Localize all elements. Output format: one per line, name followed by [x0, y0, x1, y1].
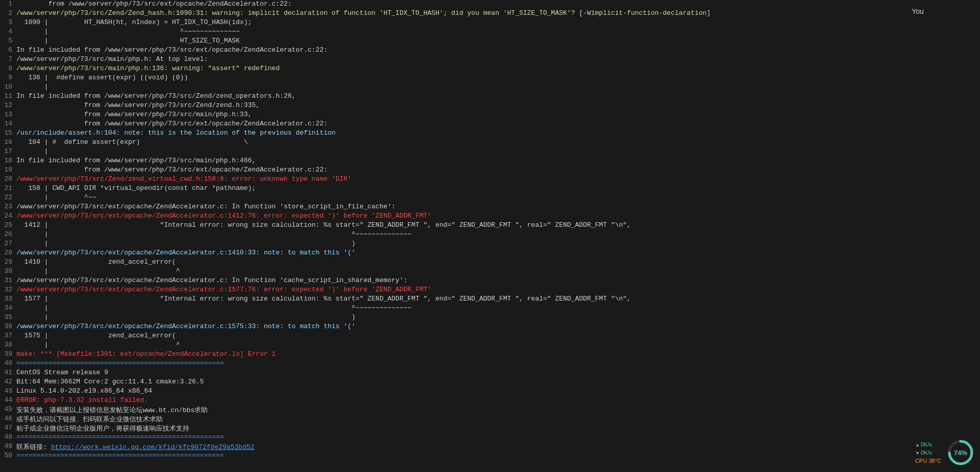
line-number: 26 — [0, 230, 16, 238]
download-stat: 0K/s — [915, 449, 941, 456]
line-text: 158 | CWD_API DIR *virtual_opendir(const… — [16, 184, 980, 192]
line-text: /www/server/php/73/src/Zend/zend_virtual… — [16, 175, 980, 183]
line-number: 35 — [0, 313, 16, 321]
line-number: 9 — [0, 74, 16, 81]
line-number: 23 — [0, 203, 16, 210]
terminal-line: 35 | ) — [0, 313, 980, 323]
line-number: 40 — [0, 359, 16, 367]
terminal-line: 14 from /www/server/php/73/src/ext/opcac… — [0, 120, 980, 129]
line-number: 12 — [0, 101, 16, 109]
line-number: 46 — [0, 415, 16, 422]
line-number: 8 — [0, 65, 16, 72]
terminal-line: 13 from /www/server/php/73/src/main/php.… — [0, 111, 980, 120]
line-text: /www/server/php/73/src/ext/opcache/ZendA… — [16, 212, 980, 220]
terminal-line: 10 | — [0, 83, 980, 92]
line-number: 43 — [0, 387, 16, 395]
terminal-line: 29 1410 | zend_accel_error( — [0, 258, 980, 267]
terminal-line: 43Linux 5.14.0-202.el9.x86_64 x86_64 — [0, 387, 980, 396]
terminal: 1 from /www/server/php/73/src/ext/opcach… — [0, 0, 980, 472]
line-number: 2 — [0, 9, 16, 17]
line-number: 27 — [0, 240, 16, 247]
line-text: Bit:64 Mem:3662M Core:2 gcc:11.4.1 cmake… — [16, 378, 980, 385]
line-text: from /www/server/php/73/src/main/php.h:3… — [16, 111, 980, 118]
line-text: 联系链接: https://work.weixin.qq.com/kfid/kf… — [16, 442, 980, 452]
line-text: 1410 | zend_accel_error( — [16, 258, 980, 266]
terminal-line: 7/www/server/php/73/src/main/php.h: At t… — [0, 55, 980, 65]
terminal-line: 15/usr/include/assert.h:104: note: this … — [0, 129, 980, 138]
line-text: 安装失败，请截图以上报错信息发帖至论坛www.bt.cn/bbs求助 — [16, 405, 980, 415]
line-text: 1577 | "Internal error: wrong size calcu… — [16, 295, 980, 303]
terminal-link[interactable]: https://work.weixin.qq.com/kfid/kfc9072f… — [51, 443, 255, 451]
terminal-line: 26 | ^~~~~~~~~~~~~~~ — [0, 230, 980, 240]
line-text: ========================================… — [16, 433, 980, 441]
user-label: You — [911, 7, 924, 15]
line-number: 37 — [0, 332, 16, 339]
line-number: 48 — [0, 433, 16, 441]
line-text: | ^~~~~~~~~~~~~~~ — [16, 304, 980, 312]
terminal-line: 11In file included from /www/server/php/… — [0, 92, 980, 101]
line-number: 3 — [0, 18, 16, 26]
line-text: make: *** [Makefile:1301: ext/opcache/Ze… — [16, 350, 980, 358]
line-number: 36 — [0, 323, 16, 330]
terminal-content: 1 from /www/server/php/73/src/ext/opcach… — [0, 0, 980, 461]
download-icon — [915, 449, 920, 456]
gauge-label: 74% — [954, 449, 967, 457]
line-text: | — [16, 147, 980, 155]
terminal-line: 48======================================… — [0, 433, 980, 442]
line-text: | ^~~ — [16, 194, 980, 201]
line-number: 18 — [0, 157, 16, 164]
upload-value: 0K/s — [921, 441, 932, 447]
line-number: 16 — [0, 138, 16, 146]
terminal-line: 22 | ^~~ — [0, 194, 980, 203]
terminal-line: 25 1412 | "Internal error: wrong size ca… — [0, 221, 980, 230]
terminal-line: 32/www/server/php/73/src/ext/opcache/Zen… — [0, 286, 980, 295]
line-number: 1 — [0, 0, 16, 8]
line-text: /www/server/php/73/src/main/php.h:136: w… — [16, 65, 980, 72]
cpu-temp: CPU 38°C — [915, 458, 941, 464]
line-text: | ^~~~~~~~~~~~~~~ — [16, 28, 980, 35]
line-number: 20 — [0, 175, 16, 183]
line-text: | HT_SIZE_TO_MASK — [16, 37, 980, 45]
terminal-line: 18In file included from /www/server/php/… — [0, 157, 980, 166]
line-number: 38 — [0, 341, 16, 349]
line-text: /usr/include/assert.h:104: note: this is… — [16, 129, 980, 137]
line-text: 136 | #define assert(expr) ((void) (0)) — [16, 74, 980, 81]
upload-stat: 0K/s — [915, 441, 941, 447]
line-number: 19 — [0, 166, 16, 174]
line-text: 1412 | "Internal error: wrong size calcu… — [16, 221, 980, 229]
line-text: CentOS Stream release 9 — [16, 369, 980, 376]
terminal-line: 42Bit:64 Mem:3662M Core:2 gcc:11.4.1 cma… — [0, 378, 980, 387]
line-number: 14 — [0, 120, 16, 127]
line-text: from /www/server/php/73/src/ext/opcache/… — [16, 166, 980, 174]
terminal-line: 45安装失败，请截图以上报错信息发帖至论坛www.bt.cn/bbs求助 — [0, 405, 980, 415]
line-text: 粘子或企业微信注明企业版用户，将获得极速响应技术支持 — [16, 424, 980, 433]
terminal-line: 17 | — [0, 147, 980, 157]
terminal-line: 12 from /www/server/php/73/src/Zend/zend… — [0, 101, 980, 111]
line-number: 30 — [0, 267, 16, 275]
terminal-line: 4 | ^~~~~~~~~~~~~~~ — [0, 28, 980, 37]
line-number: 4 — [0, 28, 16, 35]
line-number: 11 — [0, 92, 16, 100]
terminal-line: 3 1090 | HT_HASH(ht, nIndex) = HT_IDX_TO… — [0, 18, 980, 28]
terminal-line: 2/www/server/php/73/src/Zend/Zend_hash.h… — [0, 9, 980, 18]
terminal-line: 31/www/server/php/73/src/ext/opcache/Zen… — [0, 276, 980, 286]
terminal-line: 40======================================… — [0, 359, 980, 369]
terminal-line: 20/www/server/php/73/src/Zend/zend_virtu… — [0, 175, 980, 184]
line-text: /www/server/php/73/src/Zend/Zend_hash.h:… — [16, 9, 980, 17]
line-text: /www/server/php/73/src/main/php.h: At to… — [16, 55, 980, 63]
line-text: Linux 5.14.0-202.el9.x86_64 x86_64 — [16, 387, 980, 395]
line-text: In file included from /www/server/php/73… — [16, 92, 980, 100]
terminal-line: 19 from /www/server/php/73/src/ext/opcac… — [0, 166, 980, 175]
line-text: /www/server/php/73/src/ext/opcache/ZendA… — [16, 286, 980, 293]
line-text: /www/server/php/73/src/ext/opcache/ZendA… — [16, 249, 980, 256]
line-number: 21 — [0, 184, 16, 192]
terminal-line: 33 1577 | "Internal error: wrong size ca… — [0, 295, 980, 304]
terminal-line: 16 104 | # define assert(expr) \ — [0, 138, 980, 147]
terminal-line: 27 | ) — [0, 240, 980, 249]
line-text: from /www/server/php/73/src/ext/opcache/… — [16, 0, 980, 8]
line-number: 17 — [0, 147, 16, 155]
line-text: 1575 | zend_accel_error( — [16, 332, 980, 339]
upload-icon — [915, 441, 920, 447]
terminal-line: 36/www/server/php/73/src/ext/opcache/Zen… — [0, 323, 980, 332]
network-stats: 0K/s 0K/s CPU 38°C — [915, 441, 941, 464]
